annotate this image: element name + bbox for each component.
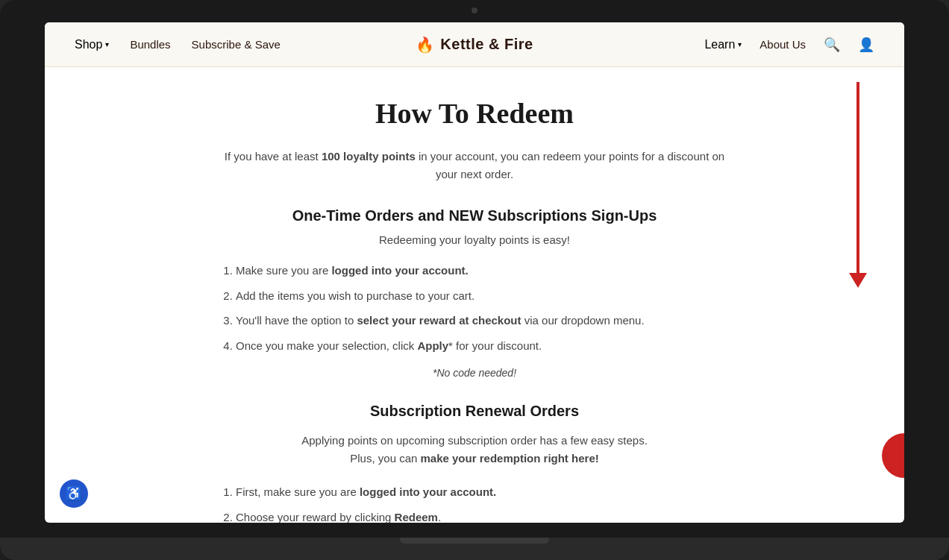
nav-left: Shop ▾ Bundles Subscribe & Save xyxy=(75,38,281,51)
laptop-frame: Shop ▾ Bundles Subscribe & Save 🔥 Kettle… xyxy=(0,0,949,560)
steps-list-2: First, make sure you are logged into you… xyxy=(213,482,736,523)
section1-heading: One-Time Orders and NEW Subscriptions Si… xyxy=(213,207,736,224)
laptop-screen: Shop ▾ Bundles Subscribe & Save 🔥 Kettle… xyxy=(45,22,904,523)
step-2: Add the items you wish to purchase to yo… xyxy=(236,286,736,306)
section1-subtext: Redeeming your loyalty points is easy! xyxy=(213,233,736,246)
step2-1-prefix: First, make sure you are xyxy=(236,485,360,498)
step4-bold: Apply xyxy=(417,339,448,352)
step2-1-bold: logged into your account. xyxy=(360,485,496,498)
intro-text-suffix: in your account, you can redeem your poi… xyxy=(416,150,724,180)
section2-intro-bold: make your redemption right here! xyxy=(421,452,599,465)
account-icon[interactable]: 👤 xyxy=(858,37,874,53)
step4-prefix: Once you make your selection, click xyxy=(236,339,417,352)
step-2-2: Choose your reward by clicking Redeem. xyxy=(236,508,736,523)
step3-suffix: via our dropdown menu. xyxy=(522,314,645,327)
step4-suffix: * for your discount. xyxy=(448,339,542,352)
navbar: Shop ▾ Bundles Subscribe & Save 🔥 Kettle… xyxy=(45,22,904,67)
section2-heading: Subscription Renewal Orders xyxy=(213,403,736,420)
nav-right: Learn ▾ About Us 🔍 👤 xyxy=(704,37,874,53)
subscription-intro: Applying points on upcoming subscription… xyxy=(213,432,736,468)
no-code-text: *No code needed! xyxy=(213,367,736,379)
step1-bold: logged into your account. xyxy=(331,264,468,277)
learn-label: Learn xyxy=(704,38,735,51)
step-2-1: First, make sure you are logged into you… xyxy=(236,482,736,502)
intro-text-prefix: If you have at least xyxy=(225,150,322,163)
search-icon[interactable]: 🔍 xyxy=(824,37,840,53)
step2-text: Add the items you wish to purchase to yo… xyxy=(236,289,474,302)
step2-2-bold: Redeem xyxy=(395,511,438,523)
learn-nav-item[interactable]: Learn ▾ xyxy=(704,38,742,51)
step-4: Once you make your selection, click Appl… xyxy=(236,336,736,356)
section2-intro-1: Applying points on upcoming subscription… xyxy=(301,434,648,447)
section2-intro-2: Plus, you can xyxy=(350,452,420,465)
bundles-label: Bundles xyxy=(130,38,170,51)
shop-label: Shop xyxy=(75,38,102,51)
laptop-base xyxy=(0,538,949,560)
step3-bold: select your reward at checkout xyxy=(357,314,521,327)
accessibility-button[interactable]: ♿ xyxy=(60,479,88,508)
website: Shop ▾ Bundles Subscribe & Save 🔥 Kettle… xyxy=(45,22,904,523)
steps-list-1: Make sure you are logged into your accou… xyxy=(213,261,736,355)
learn-chevron-icon: ▾ xyxy=(738,40,742,48)
step2-2-suffix: . xyxy=(438,511,441,523)
step2-2-prefix: Choose your reward by clicking xyxy=(236,511,395,523)
accessibility-icon: ♿ xyxy=(66,485,82,502)
subscribe-save-label: Subscribe & Save xyxy=(192,38,281,51)
intro-text: If you have at least 100 loyalty points … xyxy=(213,148,736,183)
subscribe-save-nav-link[interactable]: Subscribe & Save xyxy=(192,38,281,51)
brand-name: Kettle & Fire xyxy=(440,36,533,53)
brand-logo[interactable]: 🔥 Kettle & Fire xyxy=(416,36,533,54)
about-us-nav-link[interactable]: About Us xyxy=(759,38,806,51)
step-3: You'll have the option to select your re… xyxy=(236,311,736,330)
red-circle-partial xyxy=(882,433,904,478)
step3-prefix: You'll have the option to xyxy=(236,314,357,327)
main-content: How To Redeem If you have at least 100 l… xyxy=(45,67,904,523)
red-arrow-annotation xyxy=(856,82,859,276)
page-title: How To Redeem xyxy=(213,97,736,130)
intro-bold: 100 loyalty points xyxy=(322,150,416,163)
bundles-nav-link[interactable]: Bundles xyxy=(130,38,170,51)
camera-dot xyxy=(472,7,477,13)
flame-icon: 🔥 xyxy=(416,36,434,54)
shop-chevron-icon: ▾ xyxy=(105,40,109,48)
step-1: Make sure you are logged into your accou… xyxy=(236,261,736,280)
about-us-label: About Us xyxy=(759,38,806,51)
shop-nav-item[interactable]: Shop ▾ xyxy=(75,38,109,51)
step1-prefix: Make sure you are xyxy=(236,264,331,277)
content-wrapper: How To Redeem If you have at least 100 l… xyxy=(213,97,736,523)
